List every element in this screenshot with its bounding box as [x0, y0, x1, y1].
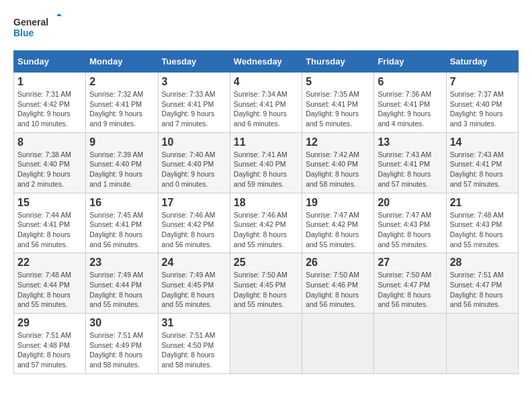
- day-number: 7: [450, 76, 515, 88]
- day-info: Sunrise: 7:50 AMSunset: 4:46 PMDaylight:…: [306, 271, 359, 308]
- day-number: 8: [17, 136, 82, 148]
- day-number: 25: [234, 257, 298, 269]
- header: General Blue: [13, 13, 519, 44]
- calendar-cell: 8Sunrise: 7:38 AMSunset: 4:40 PMDaylight…: [14, 132, 86, 193]
- day-number: 19: [306, 197, 370, 209]
- calendar-cell: 17Sunrise: 7:46 AMSunset: 4:42 PMDayligh…: [158, 193, 230, 253]
- day-info: Sunrise: 7:51 AMSunset: 4:48 PMDaylight:…: [17, 331, 71, 369]
- day-number: 30: [89, 317, 154, 329]
- calendar-cell: 23Sunrise: 7:49 AMSunset: 4:44 PMDayligh…: [86, 253, 158, 314]
- svg-text:General: General: [13, 17, 48, 28]
- calendar-cell: 4Sunrise: 7:34 AMSunset: 4:41 PMDaylight…: [230, 73, 302, 133]
- day-info: Sunrise: 7:51 AMSunset: 4:49 PMDaylight:…: [89, 331, 143, 369]
- calendar-cell: 20Sunrise: 7:47 AMSunset: 4:43 PMDayligh…: [374, 193, 446, 253]
- calendar-cell: 22Sunrise: 7:48 AMSunset: 4:44 PMDayligh…: [14, 253, 86, 314]
- day-number: 3: [162, 76, 226, 88]
- calendar-week-row: 29Sunrise: 7:51 AMSunset: 4:48 PMDayligh…: [14, 314, 519, 374]
- calendar-week-row: 1Sunrise: 7:31 AMSunset: 4:42 PMDaylight…: [14, 73, 519, 133]
- calendar-cell: [374, 314, 446, 374]
- day-info: Sunrise: 7:51 AMSunset: 4:47 PMDaylight:…: [450, 271, 504, 308]
- day-info: Sunrise: 7:31 AMSunset: 4:42 PMDaylight:…: [17, 90, 71, 128]
- calendar-cell: 25Sunrise: 7:50 AMSunset: 4:45 PMDayligh…: [230, 253, 302, 314]
- day-number: 6: [378, 76, 442, 88]
- day-info: Sunrise: 7:41 AMSunset: 4:40 PMDaylight:…: [234, 150, 287, 188]
- day-info: Sunrise: 7:43 AMSunset: 4:41 PMDaylight:…: [378, 150, 431, 188]
- calendar-cell: 30Sunrise: 7:51 AMSunset: 4:49 PMDayligh…: [86, 314, 158, 374]
- calendar-cell: 5Sunrise: 7:35 AMSunset: 4:41 PMDaylight…: [302, 73, 374, 133]
- day-info: Sunrise: 7:47 AMSunset: 4:43 PMDaylight:…: [378, 211, 431, 248]
- day-info: Sunrise: 7:49 AMSunset: 4:45 PMDaylight:…: [162, 271, 216, 308]
- calendar-cell: 10Sunrise: 7:40 AMSunset: 4:40 PMDayligh…: [158, 132, 230, 193]
- day-number: 15: [17, 197, 82, 209]
- day-number: 27: [378, 257, 442, 269]
- day-number: 17: [162, 197, 226, 209]
- day-number: 31: [162, 317, 226, 329]
- day-header-monday: Monday: [86, 51, 158, 73]
- calendar-cell: 29Sunrise: 7:51 AMSunset: 4:48 PMDayligh…: [14, 314, 86, 374]
- day-info: Sunrise: 7:49 AMSunset: 4:44 PMDaylight:…: [89, 271, 143, 308]
- day-info: Sunrise: 7:38 AMSunset: 4:40 PMDaylight:…: [17, 150, 71, 188]
- day-info: Sunrise: 7:47 AMSunset: 4:42 PMDaylight:…: [306, 211, 359, 248]
- calendar-cell: 28Sunrise: 7:51 AMSunset: 4:47 PMDayligh…: [446, 253, 518, 314]
- day-number: 28: [450, 257, 515, 269]
- day-info: Sunrise: 7:37 AMSunset: 4:40 PMDaylight:…: [450, 90, 504, 128]
- day-header-wednesday: Wednesday: [230, 51, 302, 73]
- day-number: 13: [378, 136, 442, 148]
- calendar-cell: 21Sunrise: 7:48 AMSunset: 4:43 PMDayligh…: [446, 193, 518, 253]
- svg-marker-2: [56, 13, 62, 16]
- day-info: Sunrise: 7:45 AMSunset: 4:41 PMDaylight:…: [89, 211, 143, 248]
- day-number: 1: [17, 76, 82, 88]
- day-number: 2: [89, 76, 154, 88]
- day-number: 26: [306, 257, 370, 269]
- svg-text:Blue: Blue: [13, 28, 34, 38]
- day-number: 14: [450, 136, 515, 148]
- calendar-cell: 15Sunrise: 7:44 AMSunset: 4:41 PMDayligh…: [14, 193, 86, 253]
- day-info: Sunrise: 7:40 AMSunset: 4:40 PMDaylight:…: [162, 150, 216, 188]
- logo: General Blue: [13, 13, 67, 44]
- calendar-body: 1Sunrise: 7:31 AMSunset: 4:42 PMDaylight…: [14, 73, 519, 374]
- calendar-cell: 12Sunrise: 7:42 AMSunset: 4:40 PMDayligh…: [302, 132, 374, 193]
- day-number: 16: [89, 197, 154, 209]
- day-number: 12: [306, 136, 370, 148]
- calendar-cell: 3Sunrise: 7:33 AMSunset: 4:41 PMDaylight…: [158, 73, 230, 133]
- calendar-cell: 7Sunrise: 7:37 AMSunset: 4:40 PMDaylight…: [446, 73, 518, 133]
- calendar-table: SundayMondayTuesdayWednesdayThursdayFrid…: [13, 50, 519, 374]
- day-number: 24: [162, 257, 226, 269]
- calendar-cell: [230, 314, 302, 374]
- calendar-week-row: 8Sunrise: 7:38 AMSunset: 4:40 PMDaylight…: [14, 132, 519, 193]
- day-header-friday: Friday: [374, 51, 446, 73]
- calendar-cell: 18Sunrise: 7:46 AMSunset: 4:42 PMDayligh…: [230, 193, 302, 253]
- day-header-saturday: Saturday: [446, 51, 518, 73]
- day-info: Sunrise: 7:46 AMSunset: 4:42 PMDaylight:…: [162, 211, 216, 248]
- day-number: 21: [450, 197, 515, 209]
- day-info: Sunrise: 7:33 AMSunset: 4:41 PMDaylight:…: [162, 90, 216, 128]
- day-number: 29: [17, 317, 82, 329]
- calendar-cell: [446, 314, 518, 374]
- day-number: 11: [234, 136, 298, 148]
- day-info: Sunrise: 7:44 AMSunset: 4:41 PMDaylight:…: [17, 211, 71, 248]
- calendar-cell: 26Sunrise: 7:50 AMSunset: 4:46 PMDayligh…: [302, 253, 374, 314]
- day-info: Sunrise: 7:46 AMSunset: 4:42 PMDaylight:…: [234, 211, 287, 248]
- day-info: Sunrise: 7:43 AMSunset: 4:41 PMDaylight:…: [450, 150, 504, 188]
- logo-svg: General Blue: [13, 13, 67, 44]
- calendar-header-row: SundayMondayTuesdayWednesdayThursdayFrid…: [14, 51, 519, 73]
- day-header-thursday: Thursday: [302, 51, 374, 73]
- day-info: Sunrise: 7:48 AMSunset: 4:44 PMDaylight:…: [17, 271, 71, 308]
- day-info: Sunrise: 7:51 AMSunset: 4:50 PMDaylight:…: [162, 331, 216, 369]
- day-number: 20: [378, 197, 442, 209]
- day-info: Sunrise: 7:50 AMSunset: 4:45 PMDaylight:…: [234, 271, 287, 308]
- day-header-sunday: Sunday: [14, 51, 86, 73]
- calendar-cell: 19Sunrise: 7:47 AMSunset: 4:42 PMDayligh…: [302, 193, 374, 253]
- day-header-tuesday: Tuesday: [158, 51, 230, 73]
- calendar-cell: 31Sunrise: 7:51 AMSunset: 4:50 PMDayligh…: [158, 314, 230, 374]
- calendar-week-row: 15Sunrise: 7:44 AMSunset: 4:41 PMDayligh…: [14, 193, 519, 253]
- calendar-cell: [302, 314, 374, 374]
- calendar-cell: 24Sunrise: 7:49 AMSunset: 4:45 PMDayligh…: [158, 253, 230, 314]
- day-info: Sunrise: 7:42 AMSunset: 4:40 PMDaylight:…: [306, 150, 359, 188]
- day-number: 22: [17, 257, 82, 269]
- day-number: 5: [306, 76, 370, 88]
- day-info: Sunrise: 7:36 AMSunset: 4:41 PMDaylight:…: [378, 90, 431, 128]
- day-info: Sunrise: 7:35 AMSunset: 4:41 PMDaylight:…: [306, 90, 359, 128]
- day-info: Sunrise: 7:39 AMSunset: 4:40 PMDaylight:…: [89, 150, 143, 188]
- day-number: 18: [234, 197, 298, 209]
